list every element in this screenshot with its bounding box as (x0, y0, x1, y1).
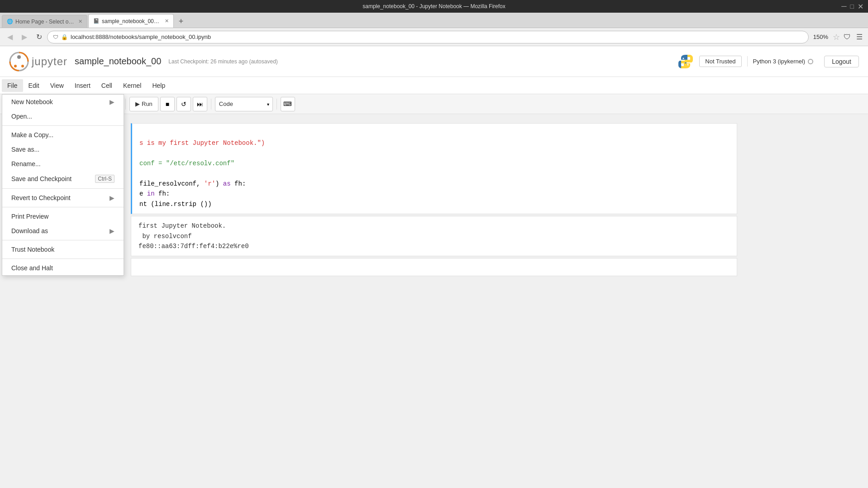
browser-tab-2[interactable]: 📓 sample_notebook_00 - Ju ✕ (88, 14, 174, 28)
minimize-btn[interactable]: ─ (841, 2, 846, 10)
code-conf: conf = "/etc/resolv.conf" (139, 160, 234, 167)
code-open: file_resolvconf, (139, 180, 204, 187)
menu-revert-checkpoint[interactable]: Revert to Checkpoint ▶ (2, 191, 124, 205)
menu-item-insert[interactable]: Insert (69, 79, 96, 92)
code-cell-1[interactable]: s is my first Jupyter Notebook.") conf =… (131, 123, 737, 214)
svg-point-1 (17, 55, 21, 59)
svg-point-5 (687, 64, 689, 65)
run-icon: ▶ (135, 100, 140, 107)
menu-item-cell[interactable]: Cell (96, 79, 118, 92)
toolbar-separator-2 (125, 99, 126, 110)
lock-icon: 🔒 (61, 34, 68, 40)
menu-save-checkpoint[interactable]: Save and Checkpoint Ctrl-S (2, 171, 124, 187)
cell-code-content: s is my first Jupyter Notebook.") (139, 128, 730, 148)
run-button[interactable]: ▶ Run (129, 97, 158, 111)
run-label: Run (142, 100, 153, 107)
code-cell-2[interactable] (131, 258, 737, 276)
menu-item-help[interactable]: Help (147, 79, 171, 92)
menu-open[interactable]: Open... (2, 109, 124, 124)
tab1-favicon: 🌐 (7, 19, 13, 24)
file-dropdown-menu: New Notebook ▶ Open... Make a Copy... Sa… (2, 94, 124, 276)
url-text: localhost:8888/notebooks/sample_notebook… (71, 33, 211, 40)
toolbar-separator-4 (277, 99, 277, 110)
svg-point-2 (21, 65, 24, 67)
toolbar-separator-3 (211, 99, 211, 110)
bookmark-star-icon[interactable]: ☆ (833, 32, 840, 42)
forward-button[interactable]: ▶ (18, 31, 31, 43)
kernel-status-circle (808, 59, 813, 64)
output-cell-1: first Jupyter Notebook. by resolvconf fe… (131, 216, 737, 256)
menu-print-preview[interactable]: Print Preview (2, 209, 124, 224)
notebook-title[interactable]: sample_notebook_00 (75, 56, 161, 67)
menu-make-copy[interactable]: Make a Copy... (2, 128, 124, 142)
new-notebook-arrow: ▶ (110, 98, 114, 105)
maximize-btn[interactable]: □ (850, 3, 854, 10)
jupyter-header: jupyter sample_notebook_00 Last Checkpoi… (0, 46, 868, 77)
keyboard-shortcuts-button[interactable]: ⌨ (281, 97, 295, 111)
back-button[interactable]: ◀ (4, 31, 16, 43)
output-content: first Jupyter Notebook. by resolvconf fe… (138, 221, 730, 251)
jupyter-logo[interactable]: jupyter (9, 52, 67, 72)
logout-button[interactable]: Logout (824, 56, 859, 67)
file-separator-2 (2, 188, 124, 189)
tab2-close[interactable]: ✕ (165, 18, 169, 24)
svg-point-3 (14, 65, 17, 67)
menu-item-kernel[interactable]: Kernel (118, 79, 147, 92)
tab-bar: 🌐 Home Page - Select or cr ✕ 📓 sample_no… (0, 13, 868, 28)
code-in-kw: in (147, 190, 155, 197)
browser-titlebar: sample_notebook_00 - Jupyter Notebook — … (0, 0, 868, 13)
code-fh2: fh: (155, 190, 170, 197)
toolbar: 💾 + ✂ ⎘ 📋 ▲ ▼ ▶ Run ■ ↺ ⏭ Code Markdown … (0, 94, 868, 114)
window-title: sample_notebook_00 - Jupyter Notebook — … (362, 3, 506, 10)
restart-button[interactable]: ↺ (176, 97, 191, 111)
url-bar[interactable]: 🛡 🔒 localhost:8888/notebooks/sample_note… (47, 31, 809, 43)
python-logo-svg (677, 53, 694, 70)
file-separator-4 (2, 240, 124, 240)
svg-point-4 (683, 57, 684, 59)
jupyter-logo-svg (9, 52, 29, 72)
code-as: ) (215, 180, 223, 187)
menu-trust-notebook[interactable]: Trust Notebook (2, 242, 124, 257)
tab1-label: Home Page - Select or cr (15, 19, 74, 25)
revert-checkpoint-arrow: ▶ (110, 194, 114, 201)
menu-item-edit[interactable]: Edit (23, 79, 45, 92)
browser-tab-1[interactable]: 🌐 Home Page - Select or cr ✕ (2, 15, 87, 28)
shield-icon: 🛡 (53, 34, 58, 40)
new-tab-button[interactable]: + (175, 15, 187, 28)
download-as-arrow: ▶ (110, 227, 114, 234)
menu-save-as[interactable]: Save as... (2, 142, 124, 157)
menu-close-halt[interactable]: Close and Halt (2, 261, 124, 275)
menu-download-as[interactable]: Download as ▶ (2, 224, 124, 238)
menu-item-view[interactable]: View (45, 79, 69, 92)
restart-run-button[interactable]: ⏭ (193, 97, 207, 111)
close-btn[interactable]: ✕ (858, 2, 863, 11)
file-separator-3 (2, 207, 124, 207)
address-bar: ◀ ▶ ↻ 🛡 🔒 localhost:8888/notebooks/sampl… (0, 28, 868, 46)
code-line-1: s is my first Jupyter Notebook.") (139, 139, 265, 147)
cell-type-select-wrapper[interactable]: Code Markdown Raw NBConvert Heading ▾ (215, 97, 273, 111)
checkpoint-text: Last Checkpoint: 26 minutes ago (168, 58, 248, 65)
cell-code-content-2: conf = "/etc/resolv.conf" file_resolvcon… (139, 148, 730, 209)
cell-type-select[interactable]: Code Markdown Raw NBConvert Heading (215, 97, 273, 111)
menu-rename[interactable]: Rename... (2, 157, 124, 171)
code-as-kw: as (223, 180, 231, 187)
autosaved-text: (autosaved) (249, 58, 277, 65)
interrupt-button[interactable]: ■ (160, 97, 175, 111)
not-trusted-button[interactable]: Not Trusted (699, 56, 741, 67)
save-checkpoint-shortcut: Ctrl-S (95, 175, 114, 183)
code-print: nt (line.rstrip ()) (139, 201, 212, 208)
reload-button[interactable]: ↻ (33, 31, 45, 43)
zoom-level: 150% (811, 33, 831, 40)
file-separator-5 (2, 258, 124, 259)
tab1-close[interactable]: ✕ (78, 19, 82, 24)
main-content: s is my first Jupyter Notebook.") conf =… (0, 114, 868, 295)
not-trusted-label: Not Trusted (705, 58, 735, 65)
file-separator-1 (2, 125, 124, 126)
menu-new-notebook[interactable]: New Notebook ▶ (2, 95, 124, 109)
menu-item-file[interactable]: File (2, 79, 23, 92)
menu-icon[interactable]: ☰ (854, 31, 864, 43)
checkpoint-info: Last Checkpoint: 26 minutes ago (autosav… (168, 58, 278, 65)
tab2-label: sample_notebook_00 - Ju (102, 18, 161, 24)
jupyter-wordmark: jupyter (32, 55, 67, 68)
shield-toolbar-icon[interactable]: 🛡 (842, 31, 853, 43)
